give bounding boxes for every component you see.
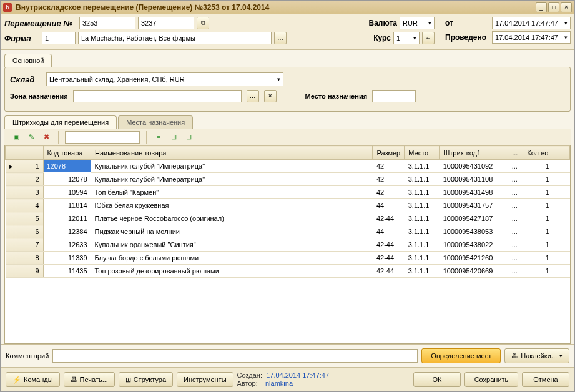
firm-label: Фирма — [4, 34, 39, 43]
warehouse-select[interactable]: Центральный склад, Хранения, СПб, RUR▾ — [46, 72, 283, 86]
tool-2-icon[interactable]: ⊞ — [168, 132, 179, 143]
tool-1-icon[interactable]: ≡ — [153, 132, 164, 143]
close-button[interactable]: × — [561, 2, 572, 12]
date-conducted[interactable]: 17.04.2014 17:47:47▾ — [492, 31, 571, 44]
printer-icon: 🖶 — [71, 376, 77, 383]
col-barcode[interactable]: Штрих-код1 — [440, 146, 508, 160]
comment-label: Комментарий — [6, 352, 49, 360]
table-row[interactable]: 911435Топ розовый декорированный рюшами4… — [6, 265, 570, 278]
col-qty[interactable]: Кол-во — [523, 146, 553, 160]
table-row[interactable]: 612384Пиджак черный на молнии443.1.1.110… — [6, 225, 570, 238]
print-button[interactable]: 🖶Печать... — [64, 372, 115, 387]
place-input[interactable] — [372, 90, 416, 102]
table-row[interactable]: ▸112078Купальник голубой "Императрица"42… — [6, 160, 570, 173]
firm-code-input[interactable] — [42, 32, 76, 44]
tree-icon: ⊞ — [125, 376, 131, 384]
place-label: Место назначения — [305, 92, 367, 100]
col-more[interactable]: ... — [508, 146, 523, 160]
chevron-down-icon: ▾ — [559, 353, 563, 359]
table-row[interactable]: 411814Юбка белая кружевная443.1.1.110000… — [6, 199, 570, 212]
define-places-button[interactable]: Определение мест — [421, 348, 501, 363]
tab-main[interactable]: Основной — [4, 54, 52, 67]
edit-icon[interactable]: ✎ — [26, 132, 37, 143]
rate-back-button[interactable]: ← — [422, 32, 435, 44]
delete-icon[interactable]: ✖ — [41, 132, 52, 143]
rate-input[interactable]: 1▾ — [393, 32, 420, 44]
minimize-button[interactable]: _ — [536, 2, 547, 12]
table-row[interactable]: 712633Купальник оранжевый "Синтия"42-443… — [6, 238, 570, 252]
zone-lookup-button[interactable]: … — [247, 90, 259, 102]
zone-input[interactable] — [73, 90, 242, 102]
window-title: Внутрискладское перемещение (Перемещение… — [16, 3, 536, 12]
date-from[interactable]: 17.04.2014 17:47:47▾ — [492, 17, 571, 29]
warehouse-label: Склад — [10, 75, 41, 84]
lightning-icon: ⚡ — [12, 376, 21, 384]
structure-button[interactable]: ⊞Структура — [119, 372, 173, 387]
table-row[interactable]: 811339Блузка бордо с белыми рюшами42-443… — [6, 252, 570, 265]
col-size[interactable]: Размер — [373, 146, 405, 160]
firm-name-input[interactable] — [78, 32, 272, 44]
spinner-icon: ▾ — [411, 35, 416, 41]
app-icon: b — [3, 3, 12, 12]
tab-barcodes[interactable]: Штрихкоды для перемещения — [4, 115, 117, 129]
move-no-2-input[interactable] — [138, 17, 194, 29]
data-table[interactable]: Код товара Наименование товара Размер Ме… — [4, 145, 571, 344]
titlebar: b Внутрискладское перемещение (Перемещен… — [1, 1, 574, 14]
cancel-button[interactable]: Отмена — [522, 372, 569, 387]
table-toolbar: ▣ ✎ ✖ ≡ ⊞ ⊟ — [4, 129, 571, 145]
currency-select[interactable]: RUR▾ — [400, 17, 435, 29]
chevron-down-icon: ▾ — [564, 34, 568, 41]
bottom-toolbar: ⚡Команды 🖶Печать... ⊞Структура Инструмен… — [1, 367, 574, 391]
warehouse-panel: Склад Центральный склад, Хранения, СПб, … — [4, 67, 571, 112]
zone-clear-button[interactable]: × — [264, 90, 277, 102]
copy-button[interactable]: ⧉ — [197, 17, 209, 29]
ok-button[interactable]: ОК — [413, 372, 461, 387]
chevron-down-icon: ▾ — [277, 76, 280, 82]
table-row[interactable]: 310594Топ белый "Кармен"423.1.1.11000095… — [6, 186, 570, 199]
header: Перемещение № ⧉ Фирма … Валюта RUR▾ Курс… — [1, 14, 574, 50]
table-row[interactable]: 212078Купальник голубой "Императрица"423… — [6, 173, 570, 186]
stickers-button[interactable]: 🖶Наклейки...▾ — [504, 348, 569, 363]
zone-label: Зона назначения — [10, 92, 68, 100]
window: b Внутрискладское перемещение (Перемещен… — [0, 0, 575, 392]
rate-label: Курс — [373, 34, 391, 42]
col-code[interactable]: Код товара — [43, 146, 91, 160]
tools-button[interactable]: Инструменты — [177, 372, 233, 387]
col-place[interactable]: Место — [405, 146, 440, 160]
comment-input[interactable] — [52, 349, 418, 363]
from-label: от — [445, 19, 490, 27]
tab-places[interactable]: Места назначения — [118, 115, 193, 129]
currency-label: Валюта — [369, 19, 397, 27]
printer-icon: 🖶 — [511, 352, 518, 360]
tabstrip-sub: Штрихкоды для перемещения Места назначен… — [1, 115, 574, 129]
meta-info: Создан: 17.04.2014 17:47:47 Автор: nlamk… — [237, 371, 410, 388]
chevron-down-icon: ▾ — [426, 20, 431, 26]
col-name[interactable]: Наименование товара — [91, 146, 373, 160]
move-no-1-input[interactable] — [79, 17, 135, 29]
tool-3-icon[interactable]: ⊟ — [183, 132, 194, 143]
save-button[interactable]: Сохранить — [464, 372, 518, 387]
filter-input[interactable] — [65, 131, 140, 144]
comment-bar: Комментарий Определение мест 🖶Наклейки..… — [1, 344, 574, 367]
chevron-down-icon: ▾ — [564, 20, 568, 26]
commands-button[interactable]: ⚡Команды — [6, 372, 60, 387]
move-no-label: Перемещение № — [4, 19, 77, 28]
conducted-label: Проведено — [445, 33, 490, 42]
tabstrip-main: Основной — [1, 50, 574, 67]
add-icon[interactable]: ▣ — [11, 132, 22, 143]
table-row[interactable]: 512011Платье черное Roccobarocco (оригин… — [6, 212, 570, 225]
firm-lookup-button[interactable]: … — [274, 32, 287, 44]
maximize-button[interactable]: □ — [548, 2, 559, 12]
